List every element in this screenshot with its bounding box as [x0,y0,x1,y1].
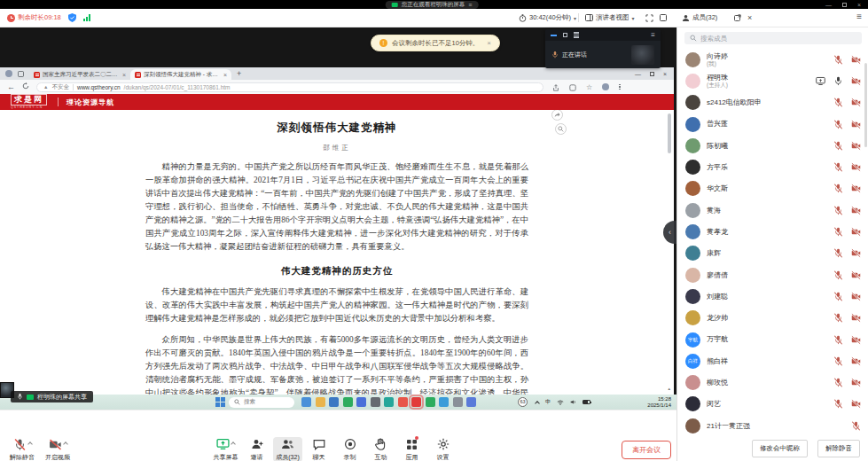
member-row[interactable]: 宇航 万宇航 [677,329,868,350]
taskbar-clock[interactable]: 15:28 2025/1/14 [647,396,671,409]
taskbar-app-icon[interactable] [453,397,463,407]
tab-close-icon[interactable]: × [122,72,126,78]
member-row[interactable]: 康辉 [677,243,868,264]
taskbar-app-icon[interactable] [371,397,380,407]
record-button[interactable]: 录制 [335,437,364,461]
pop-out-view-button[interactable] [660,9,667,27]
taskbar-app-icon[interactable] [384,397,394,407]
browser-profile-icon[interactable] [5,70,12,77]
interact-button[interactable]: 互动 [366,437,395,461]
members-button[interactable]: 成员(32) [273,437,302,461]
extensions-icon[interactable] [569,79,576,95]
browser-minimize-button[interactable]: — [635,71,641,77]
site-logo[interactable]: 求是网 QSTHEORY.CN [11,94,47,110]
member-row[interactable]: 闵艺 [677,394,868,415]
panel-minimize-icon[interactable] [551,35,557,36]
member-row[interactable]: 华文斯 [677,178,868,199]
page-search-button[interactable] [555,123,567,135]
banner-menu-icon[interactable]: ≡ [468,2,472,8]
share-screen-button[interactable]: 共享屏幕 [211,437,240,461]
taskbar-app-icon[interactable] [316,397,325,407]
scrollbar-arrow-icon[interactable]: ▲ [668,387,671,391]
panel-collapse-icon[interactable]: ≡ [651,32,655,39]
os-close-button[interactable]: × [857,2,861,8]
back-button[interactable]: ← [7,82,15,91]
member-row[interactable]: 廖倩倩 [677,264,868,285]
taskbar-app-icon[interactable] [329,397,339,407]
taskbar-app-icon[interactable] [356,397,366,407]
member-row[interactable]: 程明珠 (主持人) [677,70,868,91]
panel-list-view-icon[interactable] [574,32,579,38]
toast-close-button[interactable]: × [487,39,491,47]
meeting-duration[interactable]: 30:42(40分钟)▾ [519,9,576,27]
member-row[interactable]: 柳玫悦 [677,371,868,393]
tray-expand-icon[interactable] [535,401,540,406]
member-list-scrollbar[interactable] [864,63,867,147]
browser-user-avatar[interactable] [602,83,609,90]
taskbar-app-icon[interactable] [398,397,408,407]
member-row[interactable]: 黄海 [677,199,868,221]
member-row[interactable]: 曾兴蓬 [677,113,868,135]
taskbar-badge-63[interactable]: 63 [518,397,528,407]
tab-search-icon[interactable] [18,71,24,77]
taskbar-search[interactable]: 搜索 [229,397,294,408]
reload-button[interactable] [22,82,29,91]
page-scrollbar-thumb[interactable] [668,113,671,153]
member-search-input[interactable] [700,35,842,43]
member-row[interactable]: 21计一黄正强 [677,415,868,436]
security-shield-icon[interactable] [68,13,76,22]
panel-menu-icon[interactable]: ≡ [856,12,862,21]
url-field[interactable]: ▲ 不安全 www.qstheory.cn/dukan/qs/2024-07/0… [36,82,543,92]
rename-button[interactable]: 修改会中昵称 [752,440,808,457]
wifi-icon[interactable] [557,400,564,405]
share-options-caret[interactable] [231,441,236,447]
member-row[interactable]: 白祥 熊白祥 [677,350,868,371]
taskbar-app-icon[interactable] [411,397,421,407]
panel-popout-button[interactable] [734,9,741,27]
os-maximize-button[interactable] [842,3,847,7]
member-row[interactable]: 陈初曦 [677,135,868,156]
input-language-indicator[interactable]: 中 [545,398,551,406]
settings-button[interactable]: 设置 [428,437,457,461]
taskbar-app-icon[interactable] [301,397,311,407]
video-options-caret[interactable] [63,441,68,447]
member-search[interactable] [684,32,862,44]
panel-expand-icon[interactable] [563,33,567,37]
page-share-button[interactable] [551,110,563,121]
view-mode-selector[interactable]: 演讲者视图▾ [585,9,635,27]
speaking-mini-panel[interactable]: ≡ 正在讲话 [545,29,661,68]
taskbar-app-icon[interactable] [466,397,476,407]
member-row[interactable]: 黄孝龙 [677,221,868,242]
invite-button[interactable]: 邀请 [242,437,271,461]
bookmark-star-icon[interactable]: ☆ [586,83,592,91]
taskbar-app-icon[interactable] [439,397,449,407]
browser-close-button[interactable]: × [663,71,667,77]
taskbar-app-icon[interactable] [426,397,435,407]
start-video-control[interactable]: 开启视频 [41,437,74,461]
browser-tab-1[interactable]: 国家主席习近平发表二〇二五年新年贺词 × [29,69,130,80]
unmute-button[interactable]: 解除静音 [817,440,860,457]
panel-close-button[interactable]: × [747,9,752,27]
member-row[interactable]: 方平乐 [677,156,868,177]
watching-banner[interactable]: 您正在观看程明珠的屏幕 ≡ [386,1,479,9]
leave-meeting-button[interactable]: 离开会议 [622,441,671,459]
new-tab-button[interactable]: + [237,69,241,78]
tab-close-icon[interactable]: × [223,72,227,78]
volume-icon[interactable] [570,399,576,405]
share-page-icon[interactable] [552,79,559,95]
mic-options-caret[interactable] [27,441,33,447]
os-minimize-button[interactable]: — [825,2,832,8]
battery-icon[interactable] [583,400,590,404]
member-row[interactable]: 向诗婷 (我) [677,49,868,70]
network-signal-icon[interactable] [83,14,90,21]
browser-menu-icon[interactable] [619,84,621,90]
unmute-control[interactable]: 解除静音 [5,437,39,461]
start-button[interactable] [215,397,225,407]
member-row[interactable]: 龙汐帅 [677,308,868,329]
member-row[interactable]: s2412电信欧阳申 [677,92,868,113]
member-row[interactable]: 刘建聪 [677,285,868,307]
fullscreen-button[interactable] [645,9,653,27]
banner-nav-link[interactable]: 理论资源导航 [66,98,114,107]
browser-tab-2-active[interactable]: 深刻领悟伟大建党精神 - 求是网 × [130,69,231,80]
browser-maximize-button[interactable] [650,72,654,76]
